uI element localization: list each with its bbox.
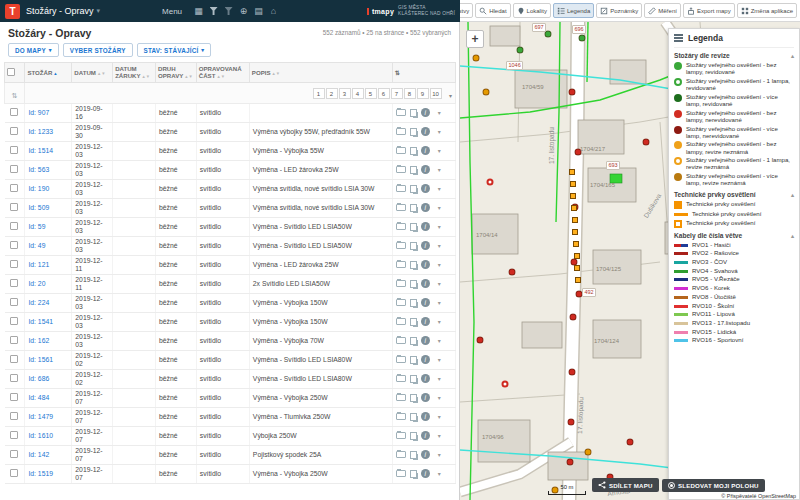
documents-icon[interactable] <box>410 375 417 383</box>
page-button[interactable]: 3 <box>339 88 351 99</box>
row-expand-caret-icon[interactable]: ▾ <box>438 451 441 458</box>
folder-icon[interactable] <box>396 413 406 420</box>
row-expand-caret-icon[interactable]: ▾ <box>438 223 441 230</box>
row-checkbox[interactable] <box>10 469 18 477</box>
info-icon[interactable]: i <box>421 469 430 478</box>
table-row[interactable]: Id: 9072019-09-16běžnésvítidloi▾ <box>5 103 456 122</box>
table-row[interactable]: Id: 4842019-12-07běžnésvítidloVýměna - V… <box>5 388 456 407</box>
app-logo[interactable]: T <box>5 4 20 19</box>
legend-menu-icon[interactable] <box>674 34 683 42</box>
row-expand-caret-icon[interactable]: ▾ <box>438 128 441 135</box>
legend-section-header[interactable]: Technické prvky osvětlení▴ <box>674 191 794 198</box>
table-row[interactable]: Id: 15412019-12-03běžnésvítidloVýměna - … <box>5 312 456 331</box>
info-icon[interactable]: i <box>421 222 430 231</box>
row-expand-caret-icon[interactable]: ▾ <box>438 470 441 477</box>
documents-icon[interactable] <box>410 299 417 307</box>
table-row[interactable]: Id: 5632019-12-03běžnésvítidloVýměna - L… <box>5 160 456 179</box>
folder-icon[interactable] <box>396 242 406 249</box>
folder-icon[interactable] <box>396 356 406 363</box>
row-checkbox[interactable] <box>10 279 18 287</box>
col-actions[interactable]: ⇅ <box>392 63 455 83</box>
search-button[interactable]: Hledat <box>475 3 510 18</box>
documents-icon[interactable] <box>410 451 417 459</box>
documents-icon[interactable] <box>410 166 417 174</box>
col-datum[interactable]: DATUM▲▼ <box>72 63 113 83</box>
documents-icon[interactable] <box>410 204 417 212</box>
row-checkbox[interactable] <box>10 165 18 173</box>
table-row[interactable]: Id: 6862019-12-02běžnésvítidloVýměna - S… <box>5 369 456 388</box>
col-druh-opravy[interactable]: DRUH OPRAVY▲▼ <box>155 63 196 83</box>
row-expand-caret-icon[interactable]: ▾ <box>438 280 441 287</box>
folder-icon[interactable] <box>396 470 406 477</box>
table-row[interactable]: Id: 1902019-12-03běžnésvítidloVýměna sví… <box>5 179 456 198</box>
row-id-link[interactable]: Id: 59 <box>28 223 45 230</box>
info-icon[interactable]: i <box>421 260 430 269</box>
row-expand-caret-icon[interactable]: ▾ <box>438 299 441 306</box>
row-checkbox[interactable] <box>10 317 18 325</box>
table-row[interactable]: Id: 12332019-09-30běžnésvítidloVýměna vý… <box>5 122 456 141</box>
page-button[interactable]: 4 <box>352 88 364 99</box>
page-button[interactable]: 8 <box>404 88 416 99</box>
table-row[interactable]: Id: 492019-12-03běžnésvítidloVýměna - Sv… <box>5 236 456 255</box>
row-expand-caret-icon[interactable]: ▾ <box>438 432 441 439</box>
follow-location-button[interactable]: SLEDOVAT MOJI POLOHU <box>662 479 765 492</box>
table-row[interactable]: Id: 2242019-12-03běžnésvítidloVýměna - V… <box>5 293 456 312</box>
documents-icon[interactable] <box>410 337 417 345</box>
row-id-link[interactable]: Id: 1514 <box>28 147 53 154</box>
state-filter-button[interactable]: STAV: STÁVAJÍCÍ▾ <box>137 43 212 57</box>
row-id-link[interactable]: Id: 1610 <box>28 432 53 439</box>
grid-icon[interactable]: ▦ <box>192 4 205 18</box>
page-button[interactable]: 2 <box>326 88 338 99</box>
folder-icon[interactable] <box>396 223 406 230</box>
row-checkbox[interactable] <box>10 355 18 363</box>
row-expand-caret-icon[interactable]: ▾ <box>438 166 441 173</box>
menu-button[interactable]: Menu <box>162 7 182 16</box>
folder-icon[interactable] <box>396 147 406 154</box>
row-id-link[interactable]: Id: 190 <box>28 185 49 192</box>
updown-icon[interactable]: ⇅ <box>12 92 18 99</box>
folder-icon[interactable] <box>396 128 406 135</box>
col-datum-zaruky[interactable]: DATUM ZÁRUKY▲▼ <box>113 63 156 83</box>
row-checkbox[interactable] <box>10 241 18 249</box>
info-icon[interactable]: i <box>421 241 430 250</box>
col-stozar[interactable]: STOŽÁR▲ <box>25 63 72 83</box>
map-attribution[interactable]: © Přispěvatelé OpenStreetMap <box>719 493 798 499</box>
folder-icon[interactable] <box>396 432 406 439</box>
row-checkbox[interactable] <box>10 203 18 211</box>
to-map-button[interactable]: DO MAPY▾ <box>8 43 59 57</box>
row-id-link[interactable]: Id: 509 <box>28 204 49 211</box>
col-opravovana-cast[interactable]: OPRAVOVANÁ ČÁST▲▼ <box>196 63 249 83</box>
home-icon[interactable]: ⌂ <box>267 4 280 18</box>
folder-icon[interactable] <box>396 375 406 382</box>
documents-icon[interactable] <box>410 413 417 421</box>
table-row[interactable]: Id: 592019-12-03běžnésvítidloVýměna - Sv… <box>5 217 456 236</box>
legend-button[interactable]: Legenda <box>553 3 594 18</box>
row-checkbox[interactable] <box>10 431 18 439</box>
table-row[interactable]: Id: 15142019-12-03běžnésvítidloVýměna - … <box>5 141 456 160</box>
folder-icon[interactable] <box>396 261 406 268</box>
folder-icon[interactable] <box>396 451 406 458</box>
folder-icon[interactable] <box>396 318 406 325</box>
row-id-link[interactable]: Id: 1233 <box>28 128 53 135</box>
row-id-link[interactable]: Id: 49 <box>28 242 45 249</box>
locations-button[interactable]: Lokality <box>513 3 551 18</box>
row-id-link[interactable]: Id: 1519 <box>28 470 53 477</box>
documents-icon[interactable] <box>410 318 417 326</box>
table-row[interactable]: Id: 15612019-12-02běžnésvítidloVýměna - … <box>5 350 456 369</box>
info-icon[interactable]: i <box>421 298 430 307</box>
row-checkbox[interactable] <box>10 127 18 135</box>
page-button[interactable]: 10 <box>430 88 442 99</box>
table-row[interactable]: Id: 1422019-12-07běžnésvítidloPojistkový… <box>5 445 456 464</box>
row-checkbox[interactable] <box>10 336 18 344</box>
table-row[interactable]: Id: 14792019-12-07běžnésvítidloVýměna - … <box>5 407 456 426</box>
row-id-link[interactable]: Id: 907 <box>28 109 49 116</box>
folder-icon[interactable] <box>396 280 406 287</box>
info-icon[interactable]: i <box>421 165 430 174</box>
info-icon[interactable]: i <box>421 317 430 326</box>
row-checkbox[interactable] <box>10 184 18 192</box>
table-row[interactable]: Id: 1212019-12-11běžnésvítidloVýměna - L… <box>5 255 456 274</box>
row-expand-caret-icon[interactable]: ▾ <box>438 185 441 192</box>
row-expand-caret-icon[interactable]: ▾ <box>438 413 441 420</box>
page-button[interactable]: 9 <box>417 88 429 99</box>
row-checkbox[interactable] <box>10 146 18 154</box>
